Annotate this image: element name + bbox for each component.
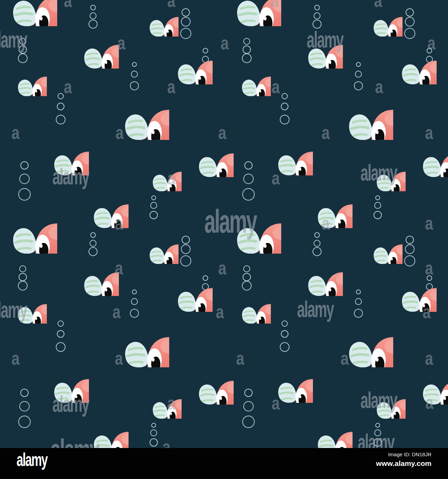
bubble	[150, 429, 157, 436]
watermark-a-mark: a	[115, 214, 123, 232]
bubble	[314, 5, 320, 10]
bubble	[150, 438, 158, 447]
watermark-a-mark: a	[115, 258, 123, 277]
fish-l	[167, 0, 282, 26]
fish-ml	[29, 21, 119, 69]
watermark-a-mark: a	[64, 0, 72, 10]
watermark-a-mark: a	[272, 77, 279, 96]
watermark-a-mark: a	[218, 258, 226, 277]
stock-photo-page: alamyalamyalamyalamyalamyalamyalamyalamy…	[0, 0, 448, 479]
watermark-a-mark: a	[167, 394, 175, 412]
watermark-a-mark: a	[425, 393, 433, 411]
watermark-a-mark: a	[272, 169, 279, 187]
footer-bar: alamy Image ID: DN18JR www.alamy.com	[0, 448, 448, 479]
watermark-alamy-text: alamy	[52, 393, 89, 415]
watermark-a-mark: a	[425, 214, 433, 232]
watermark-a-mark: a	[427, 33, 435, 52]
image-id-text: Image ID: DN18JR	[376, 451, 431, 457]
bubble	[314, 240, 320, 247]
fish-l	[0, 193, 57, 254]
bubble	[19, 273, 27, 281]
watermark-a-mark: a	[11, 123, 19, 142]
bubble	[374, 202, 381, 209]
fish-ml	[123, 264, 213, 312]
fish-pattern-image: alamyalamyalamyalamyalamyalamyalamyalamy…	[0, 0, 448, 448]
bubble	[150, 211, 158, 219]
watermark-a-mark: a	[112, 302, 120, 321]
watermark-alamy-text: alamy	[307, 28, 343, 51]
bubble	[374, 211, 382, 219]
bubble	[243, 273, 251, 281]
watermark-alamy-text: alamy	[0, 28, 27, 51]
watermark-a-mark: a	[167, 0, 175, 10]
watermark-a-mark: a	[11, 349, 19, 367]
fish-l	[279, 307, 394, 368]
watermark-a-mark: a	[425, 349, 433, 367]
watermark-a-mark: a	[272, 394, 279, 412]
bubble	[90, 5, 96, 10]
bubble	[151, 423, 156, 428]
fish-ml	[347, 37, 437, 84]
bubble	[90, 12, 96, 19]
watermark-a-mark: a	[425, 258, 433, 277]
watermark-a-mark: a	[236, 349, 244, 367]
watermark-a-mark: a	[218, 123, 226, 142]
watermark-a-mark: a	[167, 169, 175, 187]
watermark-a-mark: a	[340, 349, 348, 367]
watermark-alamy-text: alamy	[297, 298, 334, 320]
bubble	[90, 240, 96, 247]
bubble	[150, 202, 157, 209]
watermark-a-mark: a	[425, 123, 433, 142]
footer-info: Image ID: DN18JR www.alamy.com	[376, 451, 431, 468]
fish-ml	[29, 248, 119, 296]
bubble	[314, 12, 320, 19]
watermark-a-mark: a	[271, 0, 278, 10]
watermark-alamy-text: alamy	[360, 389, 397, 411]
bubble	[375, 195, 380, 200]
watermark-a-mark: a	[221, 33, 228, 52]
watermark-a-mark: a	[374, 0, 382, 10]
fish-l	[391, 0, 448, 26]
alamy-logo: alamy	[17, 450, 47, 469]
fish-l	[55, 307, 170, 368]
fish-l	[391, 193, 448, 254]
fish-ml	[253, 248, 343, 296]
watermark-alamy-text: alamy	[52, 165, 89, 188]
watermark-a-mark: a	[322, 214, 329, 232]
watermark-alamy-text: alamy	[204, 205, 256, 238]
bubble	[243, 38, 250, 45]
fish-l	[0, 0, 57, 26]
watermark-a-mark: a	[322, 123, 329, 142]
bubble	[314, 232, 320, 238]
bubble	[19, 265, 26, 272]
watermark-a-mark: a	[422, 302, 430, 321]
bubble	[243, 45, 251, 54]
watermark-a-mark: a	[216, 302, 224, 321]
watermark-a-mark: a	[115, 349, 123, 367]
watermark-alamy-text: alamy	[360, 161, 397, 184]
bubble	[243, 265, 250, 272]
watermark-a-mark: a	[167, 77, 175, 96]
bubble	[90, 232, 96, 238]
watermark-alamy-text: alamy	[0, 298, 27, 321]
bubble	[375, 423, 380, 428]
bubble	[151, 195, 156, 200]
watermark-a-mark: a	[64, 77, 72, 96]
alamy-url-text: www.alamy.com	[376, 459, 431, 468]
watermark-a-mark: a	[117, 33, 125, 52]
watermark-a-mark: a	[375, 77, 383, 96]
watermark-a-mark: a	[115, 123, 123, 142]
